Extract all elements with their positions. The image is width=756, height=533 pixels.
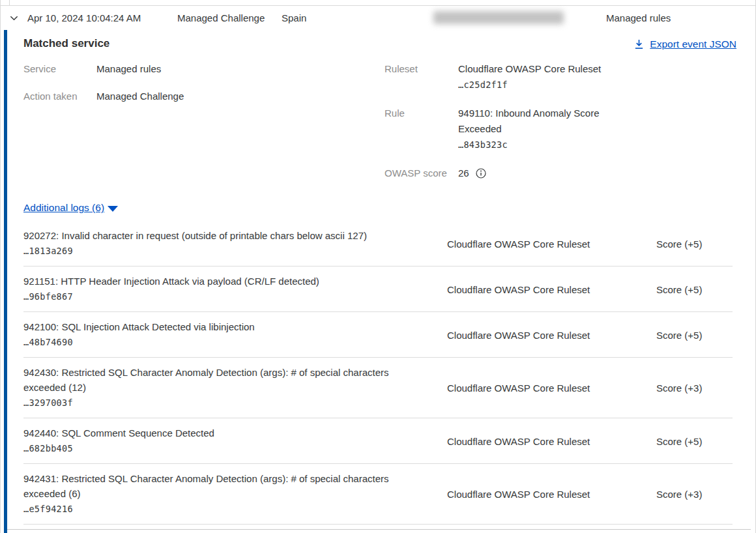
table-column-divider bbox=[9, 0, 10, 5]
log-ruleset: Cloudflare OWASP Core Ruleset bbox=[414, 330, 623, 341]
log-score: Score (+5) bbox=[623, 284, 733, 295]
redacted-value-blur bbox=[433, 11, 564, 24]
log-rule-description: 942440: SQL Comment Sequence Detected bbox=[23, 425, 414, 440]
log-ruleset: Cloudflare OWASP Core Ruleset bbox=[414, 436, 623, 447]
log-ruleset: Cloudflare OWASP Core Ruleset bbox=[414, 284, 623, 295]
log-row: 921151: HTTP Header Injection Attack via… bbox=[23, 266, 733, 312]
download-icon bbox=[634, 39, 644, 50]
log-score: Score (+5) bbox=[623, 330, 733, 341]
field-ruleset-value: Cloudflare OWASP Core Ruleset bbox=[458, 63, 601, 74]
log-row: 942440: SQL Comment Sequence Detected …6… bbox=[23, 418, 733, 464]
log-ruleset: Cloudflare OWASP Core Ruleset bbox=[414, 382, 623, 394]
field-action-taken: Action taken Managed Challenge bbox=[23, 89, 184, 104]
chevron-down-icon[interactable] bbox=[9, 5, 19, 30]
export-event-json-button[interactable]: Export event JSON bbox=[634, 38, 736, 50]
field-rule-label: Rule bbox=[385, 106, 458, 152]
field-ruleset-hash: …c25d2f1f bbox=[458, 79, 508, 90]
caret-down-icon bbox=[108, 206, 118, 212]
log-rule-hash: …3297003f bbox=[23, 395, 414, 411]
log-rule-description: 942431: Restricted SQL Character Anomaly… bbox=[23, 471, 414, 501]
field-owasp-score-label: OWASP score bbox=[385, 166, 458, 181]
log-rule-description: 942430: Restricted SQL Character Anomaly… bbox=[23, 365, 414, 395]
event-service: Managed rules bbox=[606, 5, 671, 30]
log-rule-hash: …682bb405 bbox=[23, 440, 414, 457]
additional-logs-table: 920272: Invalid character in request (ou… bbox=[23, 221, 733, 525]
log-rule-hash: …48b74690 bbox=[23, 334, 414, 351]
field-service: Service Managed rules bbox=[23, 62, 161, 76]
additional-logs-label: Additional logs (6) bbox=[23, 202, 104, 214]
log-row: 920272: Invalid character in request (ou… bbox=[23, 221, 733, 266]
log-ruleset: Cloudflare OWASP Core Ruleset bbox=[414, 238, 623, 250]
field-owasp-score: OWASP score 26 bbox=[385, 166, 615, 181]
field-rule: Rule 949110: Inbound Anomaly Score Excee… bbox=[385, 106, 615, 152]
info-icon[interactable] bbox=[476, 168, 486, 179]
field-ruleset-label: Ruleset bbox=[385, 61, 458, 93]
field-service-label: Service bbox=[23, 62, 96, 76]
export-event-json-label: Export event JSON bbox=[650, 38, 736, 50]
field-rule-value: 949110: Inbound Anomaly Score Exceeded bbox=[458, 108, 600, 134]
log-rule-hash: …96bfe867 bbox=[23, 289, 414, 305]
panel-title: Matched service bbox=[23, 37, 109, 50]
log-row: 942100: SQL Injection Attack Detected vi… bbox=[23, 312, 733, 358]
log-rule-description: 942100: SQL Injection Attack Detected vi… bbox=[23, 319, 414, 334]
event-summary-row[interactable]: Apr 10, 2024 10:04:24 AM Managed Challen… bbox=[0, 5, 756, 30]
event-action: Managed Challenge bbox=[177, 5, 265, 30]
panel-bottom-border bbox=[7, 529, 751, 530]
log-score: Score (+3) bbox=[623, 382, 733, 394]
event-country: Spain bbox=[282, 5, 306, 30]
log-score: Score (+5) bbox=[623, 238, 733, 250]
log-rule-hash: …1813a269 bbox=[23, 243, 414, 259]
log-rule-description: 920272: Invalid character in request (ou… bbox=[23, 228, 414, 243]
log-score: Score (+5) bbox=[623, 436, 733, 447]
additional-logs-toggle[interactable]: Additional logs (6) bbox=[23, 202, 118, 214]
field-ruleset: Ruleset Cloudflare OWASP Core Ruleset …c… bbox=[385, 61, 615, 93]
log-rule-hash: …e5f94216 bbox=[23, 501, 414, 517]
event-timestamp: Apr 10, 2024 10:04:24 AM bbox=[27, 5, 141, 30]
log-rule-description: 921151: HTTP Header Injection Attack via… bbox=[23, 274, 414, 289]
log-ruleset: Cloudflare OWASP Core Ruleset bbox=[414, 489, 623, 500]
field-rule-hash: …843b323c bbox=[458, 139, 508, 150]
expanded-row-accent-bar bbox=[4, 30, 7, 533]
field-service-value: Managed rules bbox=[96, 62, 161, 76]
log-row: 942431: Restricted SQL Character Anomaly… bbox=[23, 464, 733, 525]
field-owasp-score-value: 26 bbox=[458, 166, 469, 181]
log-score: Score (+3) bbox=[623, 489, 733, 500]
field-action-taken-label: Action taken bbox=[23, 89, 96, 104]
field-action-taken-value: Managed Challenge bbox=[96, 89, 184, 104]
log-row: 942430: Restricted SQL Character Anomaly… bbox=[23, 358, 733, 418]
